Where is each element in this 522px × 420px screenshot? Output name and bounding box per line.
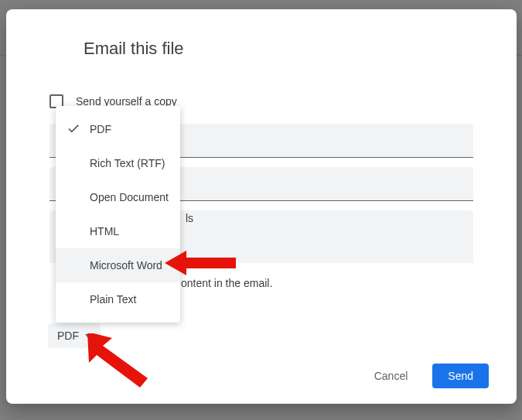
menu-item-pdf[interactable]: PDF: [56, 112, 180, 146]
menu-item-rtf[interactable]: Rich Text (RTF): [56, 146, 180, 180]
partial-field-text: ls: [186, 212, 193, 224]
include-content-text: ontent in the email.: [181, 277, 473, 289]
format-dropdown-selected: PDF: [57, 330, 79, 342]
send-button[interactable]: Send: [432, 364, 489, 388]
menu-item-microsoft-word[interactable]: Microsoft Word: [56, 248, 180, 282]
check-icon: [67, 121, 80, 135]
dialog-actions: Cancel Send: [365, 364, 489, 388]
cancel-button[interactable]: Cancel: [365, 364, 418, 388]
svg-marker-0: [165, 251, 236, 275]
menu-item-open-document[interactable]: Open Document: [56, 180, 180, 214]
svg-marker-1: [87, 333, 148, 388]
dialog-title: Email this file: [84, 39, 473, 59]
menu-item-plain-text[interactable]: Plain Text: [56, 282, 180, 316]
annotation-arrow-2: [81, 333, 151, 388]
format-dropdown-menu: PDF Rich Text (RTF) Open Document HTML M…: [56, 106, 180, 323]
annotation-arrow-1: [165, 249, 236, 277]
menu-item-html[interactable]: HTML: [56, 214, 180, 248]
